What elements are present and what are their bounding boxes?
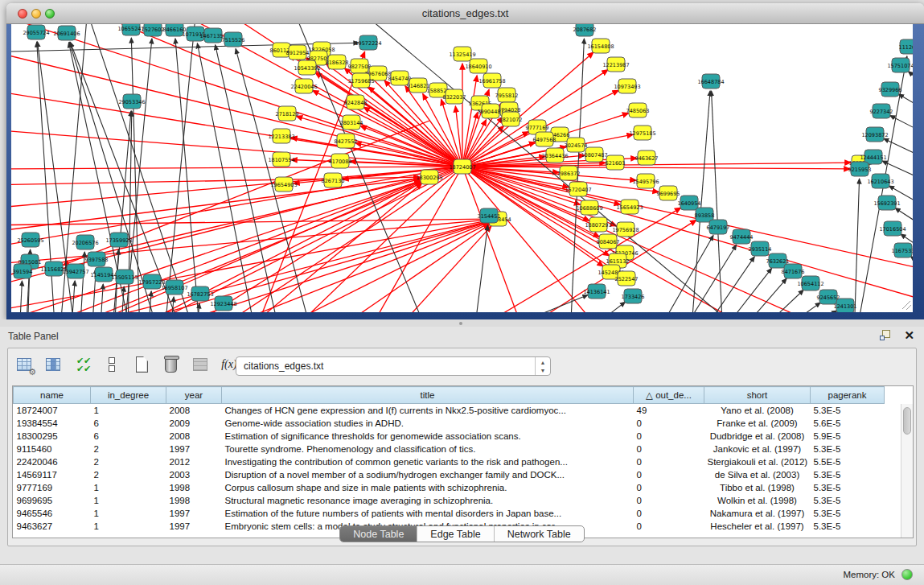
svg-text:1241301: 1241301: [834, 303, 857, 310]
svg-text:17016504: 17016504: [879, 226, 906, 233]
table-row[interactable]: 1938455462009Genome-wide association stu…: [14, 417, 885, 430]
column-header-name[interactable]: name: [14, 387, 91, 404]
table-row[interactable]: 946554611997Estimation of the future num…: [14, 507, 885, 520]
splitter-grip-icon: [459, 322, 462, 325]
svg-text:19572224: 19572224: [355, 40, 381, 47]
svg-text:1167533: 1167533: [892, 248, 913, 254]
svg-text:1640954: 1640954: [678, 200, 701, 207]
column-header-year[interactable]: year: [166, 387, 222, 404]
svg-text:9245652: 9245652: [817, 295, 840, 301]
network-window: citations_edges.txt 18724007860112889129…: [6, 3, 924, 319]
svg-text:9777169: 9777169: [526, 125, 549, 131]
svg-text:16958107: 16958107: [161, 285, 187, 291]
svg-text:391594: 391594: [13, 269, 33, 275]
svg-text:22420046: 22420046: [290, 84, 317, 90]
scrollbar-thumb[interactable]: [903, 407, 911, 435]
square-icon: [109, 357, 115, 364]
resize-grip[interactable]: [902, 301, 911, 310]
svg-text:7955812: 7955812: [495, 93, 519, 99]
close-panel-icon[interactable]: ✕: [904, 328, 914, 343]
network-view[interactable]: 1872400786011288912954182260589827509105…: [11, 24, 913, 312]
column-visibility-button[interactable]: [43, 355, 64, 376]
tab-edge-table[interactable]: Edge Table: [417, 526, 494, 542]
window-titlebar[interactable]: citations_edges.txt: [6, 3, 924, 24]
svg-text:12213383: 12213383: [268, 134, 294, 140]
table-panel-header: Table Panel ✕: [0, 327, 924, 346]
table-header-row[interactable]: namein_degreeyeartitle△ out_de...shortpa…: [14, 387, 885, 404]
memory-status-label: Memory: OK: [843, 570, 895, 579]
delete-table-button[interactable]: [161, 355, 182, 376]
svg-text:2718129: 2718129: [276, 111, 299, 117]
table-row[interactable]: 1872400712008Changes of HCN gene express…: [14, 404, 885, 417]
column-header-in_degree[interactable]: in_degree: [91, 387, 166, 404]
gear-icon: ⚙: [28, 367, 36, 377]
svg-text:9463627: 9463627: [635, 155, 659, 162]
column-header-title[interactable]: title: [222, 387, 634, 404]
svg-text:31759685: 31759685: [347, 78, 374, 84]
import-table-button[interactable]: [191, 355, 211, 376]
svg-text:111264: 111264: [899, 44, 913, 51]
table-row[interactable]: 2242004622012Investigating the contribut…: [14, 455, 885, 468]
svg-text:7485063: 7485063: [626, 108, 650, 114]
table-settings-button[interactable]: ⚙: [14, 355, 35, 376]
column-header-pagerank[interactable]: pagerank: [811, 387, 885, 404]
svg-text:9827508: 9827508: [348, 64, 372, 70]
svg-text:15751074: 15751074: [887, 63, 913, 69]
svg-text:18300295: 18300295: [416, 175, 442, 181]
table-row[interactable]: 1456911722003Disruption of a novel membe…: [14, 468, 885, 481]
svg-text:10688609: 10688609: [576, 205, 602, 212]
panel-splitter[interactable]: [0, 319, 924, 327]
svg-text:13505115: 13505115: [111, 274, 138, 281]
table-panel-title: Table Panel: [8, 331, 59, 342]
tab-node-table[interactable]: Node Table: [340, 526, 417, 542]
svg-text:13942757: 13942757: [62, 269, 88, 275]
float-panel-icon[interactable]: [880, 330, 892, 342]
svg-text:18107554: 18107554: [268, 157, 294, 163]
tab-network-table[interactable]: Network Table: [495, 526, 584, 542]
column-header-out_de[interactable]: △ out_de...: [634, 387, 704, 404]
svg-text:1527602: 1527602: [142, 27, 165, 33]
svg-text:10807487: 10807487: [581, 152, 607, 159]
new-table-button[interactable]: [132, 355, 153, 376]
table-body[interactable]: 1872400712008Changes of HCN gene express…: [14, 404, 885, 533]
svg-text:15720407: 15720407: [565, 187, 591, 193]
svg-text:1821072: 1821072: [499, 117, 523, 123]
table-row[interactable]: 969969511998Structural magnetic resonanc…: [14, 494, 885, 507]
svg-text:8912954: 8912954: [286, 50, 310, 56]
network-canvas[interactable]: 1872400786011288912954182260589827509105…: [11, 24, 913, 312]
node-table: namein_degreeyeartitle△ out_de...shortpa…: [12, 385, 914, 538]
svg-text:20691406: 20691406: [53, 31, 80, 37]
table-row[interactable]: 1830029562008Estimation of significance …: [14, 430, 885, 443]
svg-text:8427552: 8427552: [335, 138, 358, 145]
svg-text:18640910: 18640910: [465, 64, 491, 70]
memory-status-icon[interactable]: [901, 569, 913, 580]
column-header-short[interactable]: short: [704, 387, 811, 404]
table-panel: Table Panel ✕ ⚙ ✔✔✔✔ f(x) citations_edge…: [0, 327, 924, 564]
network-view-frame: 1872400786011288912954182260589827509105…: [6, 24, 924, 319]
svg-text:3154451: 3154451: [478, 213, 501, 220]
svg-text:14136141: 14136141: [583, 289, 610, 295]
svg-text:8322037: 8322037: [443, 94, 466, 101]
svg-text:4170084: 4170084: [329, 159, 352, 165]
network-file-select[interactable]: citations_edges.txt ▲▼: [236, 356, 551, 376]
svg-text:15495796: 15495796: [632, 179, 659, 185]
status-bar: Memory: OK: [0, 564, 924, 585]
svg-text:1733426: 1733426: [622, 294, 645, 300]
svg-text:10973493: 10973493: [614, 84, 640, 90]
svg-text:6497568: 6497568: [533, 137, 556, 143]
square-icon: [109, 365, 115, 372]
svg-text:18724007: 18724007: [449, 164, 475, 171]
select-rows-button[interactable]: ✔✔✔✔: [73, 355, 94, 376]
svg-text:19904487: 19904487: [477, 109, 503, 115]
svg-text:7515526: 7515526: [222, 37, 245, 43]
table-scrollbar[interactable]: [901, 404, 913, 538]
window-title: citations_edges.txt: [6, 7, 924, 19]
network-file-select-value: citations_edges.txt: [244, 360, 323, 372]
table-row[interactable]: 977716911998Corpus callosum shape and si…: [14, 481, 885, 494]
row-stack-button[interactable]: [102, 355, 123, 376]
svg-text:16154808: 16154808: [587, 43, 614, 50]
table-row[interactable]: 911546021997Tourette syndrome. Phenomeno…: [14, 443, 885, 455]
svg-text:3024574: 3024574: [565, 142, 588, 149]
svg-text:29055724: 29055724: [23, 30, 49, 36]
column-highlight-icon: [51, 358, 55, 371]
